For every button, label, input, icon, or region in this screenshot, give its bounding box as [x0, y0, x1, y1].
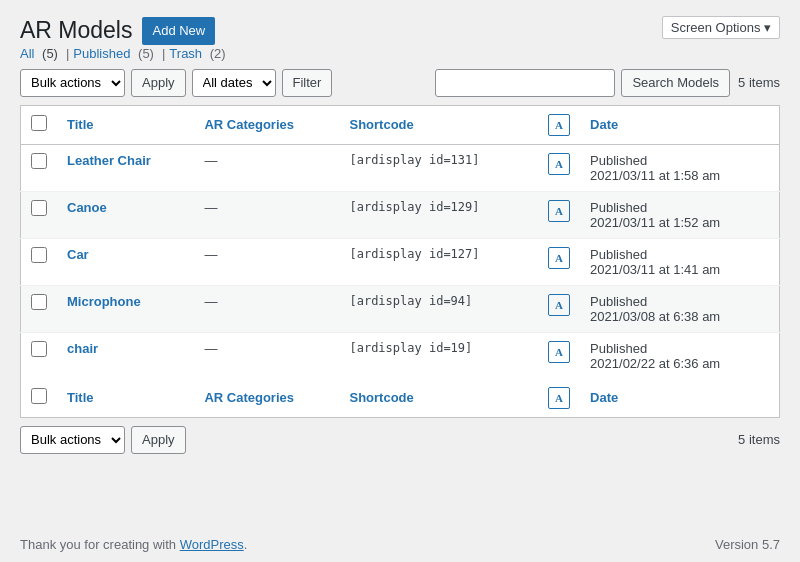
table-row: Canoe — [ardisplay id=129] A Published 2…	[21, 191, 780, 238]
row-icon-cell: A	[538, 238, 580, 285]
row-checkbox[interactable]	[31, 294, 47, 310]
ar-categories-column-footer: AR Categories	[194, 379, 339, 418]
tablenav-bottom-left: Bulk actions Apply	[20, 426, 186, 454]
table-row: Microphone — [ardisplay id=94] A Publish…	[21, 285, 780, 332]
search-bar: Search Models	[435, 69, 730, 97]
shortcode-column-footer: Shortcode	[339, 379, 538, 418]
items-count-bottom: 5 items	[738, 432, 780, 447]
row-date-value: 2021/03/08 at 6:38 am	[590, 309, 720, 324]
row-title-cell: Car	[57, 238, 194, 285]
apply-button-top[interactable]: Apply	[131, 69, 186, 97]
published-filter-link[interactable]: Published (5)	[73, 46, 158, 61]
filter-button[interactable]: Filter	[282, 69, 333, 97]
date-footer-sort-link[interactable]: Date	[590, 390, 618, 405]
bulk-actions-select-bottom[interactable]: Bulk actions	[20, 426, 125, 454]
table-body: Leather Chair — [ardisplay id=131] A Pub…	[21, 144, 780, 379]
row-date-cell: Published 2021/03/11 at 1:58 am	[580, 144, 779, 191]
row-title-link[interactable]: chair	[67, 341, 98, 356]
ar-models-table: Title AR Categories Shortcode A Date Lea…	[20, 105, 780, 418]
tablenav-top: Bulk actions Apply All dates Filter Sear…	[20, 69, 780, 97]
row-date-value: 2021/03/11 at 1:52 am	[590, 215, 720, 230]
select-all-footer	[21, 379, 58, 418]
search-input[interactable]	[435, 69, 615, 97]
row-title-link[interactable]: Microphone	[67, 294, 141, 309]
trash-filter-link[interactable]: Trash (2)	[169, 46, 229, 61]
version-text: Version 5.7	[715, 537, 780, 552]
row-title-cell: Canoe	[57, 191, 194, 238]
date-column-footer[interactable]: Date	[580, 379, 779, 418]
title-column-header[interactable]: Title	[57, 105, 194, 144]
date-filter-select[interactable]: All dates	[192, 69, 276, 97]
row-title-link[interactable]: Canoe	[67, 200, 107, 215]
row-date-value: 2021/03/11 at 1:41 am	[590, 262, 720, 277]
row-checkbox-cell	[21, 144, 58, 191]
add-new-button[interactable]: Add New	[142, 17, 215, 46]
row-categories-cell: —	[194, 191, 339, 238]
row-date-cell: Published 2021/03/11 at 1:52 am	[580, 191, 779, 238]
row-title-link[interactable]: Leather Chair	[67, 153, 151, 168]
table-footer-row: Title AR Categories Shortcode A Date	[21, 379, 780, 418]
footer-text: Thank you for creating with WordPress.	[20, 537, 247, 552]
row-date-status: Published	[590, 247, 769, 262]
row-shortcode-cell: [ardisplay id=131]	[339, 144, 538, 191]
row-date-status: Published	[590, 341, 769, 356]
row-icon-cell: A	[538, 285, 580, 332]
row-date-value: 2021/02/22 at 6:36 am	[590, 356, 720, 371]
row-date-status: Published	[590, 153, 769, 168]
row-checkbox[interactable]	[31, 200, 47, 216]
row-ar-icon[interactable]: A	[548, 294, 570, 316]
icon-column-header: A	[538, 105, 580, 144]
title-sort-link[interactable]: Title	[67, 117, 94, 132]
row-date-value: 2021/03/11 at 1:58 am	[590, 168, 720, 183]
tablenav-bottom: Bulk actions Apply 5 items	[20, 426, 780, 454]
tablenav-left: Bulk actions Apply All dates Filter	[20, 69, 332, 97]
row-shortcode-cell: [ardisplay id=94]	[339, 285, 538, 332]
footer: Thank you for creating with WordPress. V…	[0, 527, 800, 562]
row-title-cell: Leather Chair	[57, 144, 194, 191]
row-date-status: Published	[590, 294, 769, 309]
title-footer-sort-link[interactable]: Title	[67, 390, 94, 405]
row-ar-icon[interactable]: A	[548, 247, 570, 269]
date-sort-link[interactable]: Date	[590, 117, 618, 132]
bulk-actions-select[interactable]: Bulk actions	[20, 69, 125, 97]
row-categories-cell: —	[194, 144, 339, 191]
apply-button-bottom[interactable]: Apply	[131, 426, 186, 454]
row-title-cell: chair	[57, 332, 194, 379]
row-checkbox-cell	[21, 238, 58, 285]
row-checkbox[interactable]	[31, 153, 47, 169]
row-categories-cell: —	[194, 238, 339, 285]
row-checkbox-cell	[21, 191, 58, 238]
items-count-top: 5 items	[738, 75, 780, 90]
table-row: Leather Chair — [ardisplay id=131] A Pub…	[21, 144, 780, 191]
ar-footer-icon: A	[548, 387, 570, 409]
row-icon-cell: A	[538, 144, 580, 191]
select-all-footer-checkbox[interactable]	[31, 388, 47, 404]
row-ar-icon[interactable]: A	[548, 200, 570, 222]
select-all-checkbox[interactable]	[31, 115, 47, 131]
row-icon-cell: A	[538, 191, 580, 238]
row-shortcode-cell: [ardisplay id=127]	[339, 238, 538, 285]
table-row: chair — [ardisplay id=19] A Published 20…	[21, 332, 780, 379]
row-date-status: Published	[590, 200, 769, 215]
date-column-header[interactable]: Date	[580, 105, 779, 144]
row-categories-cell: —	[194, 332, 339, 379]
table-row: Car — [ardisplay id=127] A Published 202…	[21, 238, 780, 285]
row-checkbox[interactable]	[31, 341, 47, 357]
all-filter-link[interactable]: All (5)	[20, 46, 62, 61]
ar-header-icon: A	[548, 114, 570, 136]
row-icon-cell: A	[538, 332, 580, 379]
subsubsub-nav: All (5) | Published (5) | Trash (2)	[20, 46, 780, 61]
icon-column-footer: A	[538, 379, 580, 418]
title-column-footer[interactable]: Title	[57, 379, 194, 418]
search-models-button[interactable]: Search Models	[621, 69, 730, 97]
table-header-row: Title AR Categories Shortcode A Date	[21, 105, 780, 144]
row-categories-cell: —	[194, 285, 339, 332]
page-title: AR Models	[20, 16, 132, 46]
row-ar-icon[interactable]: A	[548, 341, 570, 363]
screen-options-button[interactable]: Screen Options ▾	[662, 16, 780, 39]
row-checkbox[interactable]	[31, 247, 47, 263]
row-ar-icon[interactable]: A	[548, 153, 570, 175]
shortcode-column-header: Shortcode	[339, 105, 538, 144]
wordpress-link[interactable]: WordPress	[180, 537, 244, 552]
row-title-link[interactable]: Car	[67, 247, 89, 262]
